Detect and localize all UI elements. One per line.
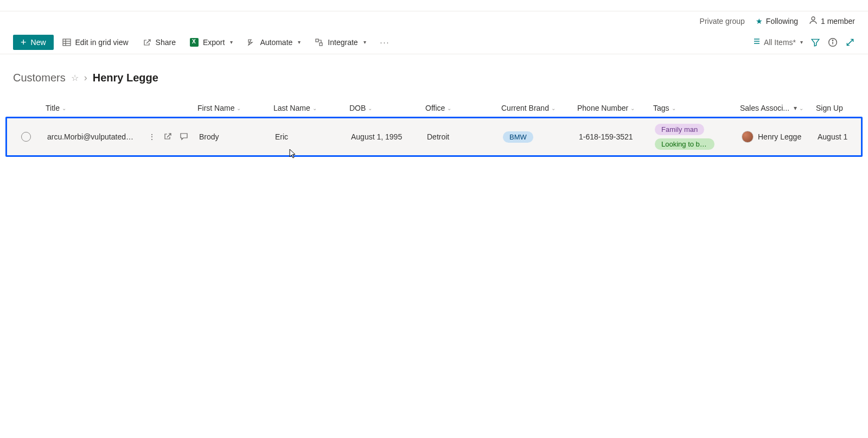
chevron-down-icon: ⌄ bbox=[630, 105, 635, 111]
row-phone: 1-618-159-3521 bbox=[577, 129, 653, 144]
info-button[interactable] bbox=[828, 37, 838, 47]
command-bar: + New Edit in grid view Share Export ▾ A… bbox=[0, 30, 868, 54]
integrate-label: Integrate bbox=[328, 38, 358, 47]
members-link[interactable]: 1 member bbox=[809, 16, 855, 26]
row-dob: August 1, 1995 bbox=[349, 129, 425, 144]
table-row[interactable]: arcu.Morbi@vulputatedui... ⋮ Brody Eric … bbox=[7, 118, 861, 155]
filter-button[interactable] bbox=[810, 37, 820, 47]
brand-pill: BMW bbox=[503, 131, 533, 143]
export-label: Export bbox=[203, 38, 225, 47]
edit-grid-label: Edit in grid view bbox=[75, 38, 129, 47]
plus-icon: + bbox=[21, 39, 27, 46]
breadcrumb-current: Henry Legge bbox=[93, 72, 158, 84]
more-icon: ··· bbox=[380, 38, 390, 47]
view-list-icon bbox=[752, 37, 761, 47]
chevron-down-icon: ⌄ bbox=[62, 105, 66, 111]
chevron-down-icon: ⌄ bbox=[447, 105, 451, 111]
col-last-name[interactable]: Last Name⌄ bbox=[271, 104, 347, 112]
svg-rect-5 bbox=[316, 39, 318, 42]
row-comment-icon[interactable] bbox=[180, 132, 188, 142]
automate-button[interactable]: Automate ▾ bbox=[241, 35, 306, 50]
row-current-brand: BMW bbox=[501, 128, 577, 146]
col-office[interactable]: Office⌄ bbox=[423, 104, 499, 112]
col-first-name[interactable]: First Name⌄ bbox=[195, 104, 271, 112]
row-more-icon[interactable]: ⋮ bbox=[148, 132, 156, 141]
expand-button[interactable] bbox=[845, 37, 855, 47]
chevron-down-icon: ▾ bbox=[800, 39, 803, 45]
integrate-icon bbox=[315, 38, 323, 47]
integrate-button[interactable]: Integrate ▾ bbox=[309, 35, 371, 50]
breadcrumb-root[interactable]: Customers bbox=[13, 72, 66, 84]
row-office: Detroit bbox=[425, 129, 501, 144]
row-share-icon[interactable] bbox=[163, 132, 172, 142]
chevron-down-icon: ▾ bbox=[298, 39, 301, 45]
chevron-down-icon: ⌄ bbox=[551, 105, 556, 111]
view-selector[interactable]: All Items* ▾ bbox=[752, 37, 803, 47]
col-phone[interactable]: Phone Number⌄ bbox=[575, 104, 651, 112]
star-filled-icon: ★ bbox=[756, 17, 763, 26]
col-sales-associate[interactable]: Sales Associ...▾⌄ bbox=[738, 104, 814, 112]
svg-point-0 bbox=[812, 17, 815, 20]
new-label: New bbox=[31, 38, 46, 47]
star-outline-icon[interactable]: ☆ bbox=[71, 73, 79, 83]
svg-point-12 bbox=[832, 40, 833, 40]
chevron-down-icon: ▾ bbox=[230, 39, 233, 45]
group-type-label: Private group bbox=[700, 17, 745, 26]
new-button[interactable]: + New bbox=[13, 35, 54, 50]
export-button[interactable]: Export ▾ bbox=[184, 35, 238, 50]
svg-rect-1 bbox=[63, 39, 71, 46]
row-title[interactable]: arcu.Morbi@vulputatedui... bbox=[47, 132, 134, 141]
selected-row-highlight: arcu.Morbi@vulputatedui... ⋮ Brody Eric … bbox=[5, 117, 863, 157]
chevron-down-icon: ▾ bbox=[363, 39, 366, 45]
grid-icon bbox=[62, 38, 71, 47]
following-label: Following bbox=[766, 17, 798, 26]
column-headers: Title⌄ First Name⌄ Last Name⌄ DOB⌄ Offic… bbox=[5, 99, 863, 117]
row-sales-associate: Henry Legge bbox=[739, 128, 815, 146]
row-last-name: Eric bbox=[273, 129, 349, 144]
avatar bbox=[742, 131, 754, 143]
site-header: Private group ★ Following 1 member bbox=[0, 11, 868, 30]
row-first-name: Brody bbox=[197, 129, 273, 144]
tag-pill: Looking to buy s... bbox=[655, 138, 714, 150]
share-label: Share bbox=[156, 38, 176, 47]
excel-icon bbox=[190, 38, 199, 47]
following-toggle[interactable]: ★ Following bbox=[756, 17, 798, 26]
col-dob[interactable]: DOB⌄ bbox=[347, 104, 423, 112]
chevron-down-icon: ⌄ bbox=[237, 105, 241, 111]
more-button[interactable]: ··· bbox=[375, 35, 395, 50]
view-name: All Items* bbox=[764, 38, 796, 47]
tag-pill: Family man bbox=[655, 124, 704, 135]
associate-name: Henry Legge bbox=[758, 132, 801, 141]
share-icon bbox=[143, 38, 151, 47]
col-current-brand[interactable]: Current Brand⌄ bbox=[499, 104, 575, 112]
chevron-down-icon: ⌄ bbox=[799, 105, 803, 111]
edit-grid-button[interactable]: Edit in grid view bbox=[57, 35, 134, 50]
members-label: 1 member bbox=[821, 17, 855, 26]
chevron-down-icon: ⌄ bbox=[312, 105, 317, 111]
row-tags: Family man Looking to buy s... bbox=[653, 120, 739, 153]
filter-applied-icon: ▾ bbox=[794, 104, 797, 112]
row-selector[interactable] bbox=[21, 132, 31, 142]
flow-icon bbox=[247, 38, 256, 47]
row-sign-up: August 1 bbox=[815, 129, 861, 144]
person-icon bbox=[809, 16, 818, 26]
breadcrumb-separator: › bbox=[84, 72, 87, 84]
list-grid: Title⌄ First Name⌄ Last Name⌄ DOB⌄ Offic… bbox=[5, 99, 863, 157]
col-title[interactable]: Title⌄ bbox=[43, 104, 195, 112]
share-button[interactable]: Share bbox=[137, 35, 181, 50]
col-sign-up[interactable]: Sign Up bbox=[814, 104, 863, 112]
chevron-down-icon: ⌄ bbox=[672, 105, 676, 111]
svg-rect-6 bbox=[320, 43, 322, 46]
col-tags[interactable]: Tags⌄ bbox=[651, 104, 738, 112]
breadcrumb: Customers ☆ › Henry Legge bbox=[0, 54, 868, 91]
automate-label: Automate bbox=[260, 38, 292, 47]
chevron-down-icon: ⌄ bbox=[368, 105, 372, 111]
